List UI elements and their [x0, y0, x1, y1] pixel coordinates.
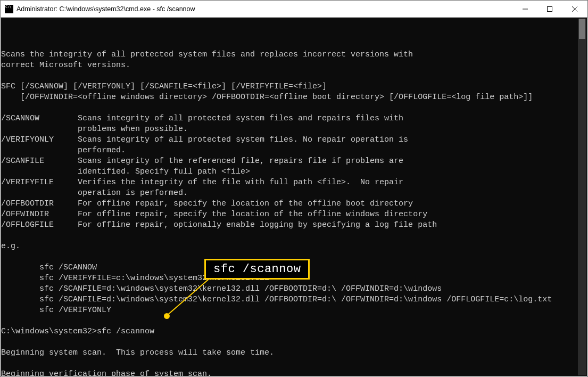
close-button[interactable] — [562, 1, 587, 17]
console-line — [1, 337, 587, 348]
console-line: Scans the integrity of all protected sys… — [1, 50, 587, 60]
console-line: Beginning system scan. This process will… — [1, 348, 587, 358]
console-line: [/OFFWINDIR=<offline windows directory> … — [1, 92, 587, 103]
annotation-dot — [164, 313, 170, 319]
annotation-callout: sfc /scannow — [204, 259, 310, 280]
console-line: /SCANFILE Scans integrity of the referen… — [1, 156, 587, 167]
minimize-button[interactable] — [513, 1, 537, 17]
console-line — [1, 358, 587, 369]
maximize-button[interactable] — [537, 1, 562, 17]
console-line — [1, 71, 587, 81]
annotation-text: sfc /scannow — [213, 263, 301, 276]
cmd-icon — [5, 5, 13, 13]
console-line: performed. — [1, 145, 587, 156]
console-line: C:\windows\system32>sfc /scannow — [1, 326, 587, 337]
console-line: /SCANNOW Scans integrity of all protecte… — [1, 113, 587, 124]
console-line: /OFFWINDIR For offline repair, specify t… — [1, 209, 587, 220]
console-line: /VERIFYONLY Scans integrity of all prote… — [1, 135, 587, 145]
console-line — [1, 231, 587, 241]
console-line: /OFFBOOTDIR For offline repair, specify … — [1, 199, 587, 209]
console-line: sfc /SCANFILE=d:\windows\system32\kernel… — [1, 284, 587, 294]
console-line: sfc /SCANFILE=d:\windows\system32\kernel… — [1, 294, 587, 305]
console-line: e.g. — [1, 241, 587, 252]
console-line — [1, 103, 587, 113]
scrollbar-thumb[interactable] — [579, 19, 585, 39]
console-line: identified. Specify full path <file> — [1, 167, 587, 177]
console-line: problems when possible. — [1, 124, 587, 135]
window-controls — [513, 1, 587, 17]
console-line: SFC [/SCANNOW] [/VERIFYONLY] [/SCANFILE=… — [1, 81, 587, 92]
console-line: sfc /VERIFYONLY — [1, 305, 587, 316]
console-line: correct Microsoft versions. — [1, 60, 587, 71]
console-line: /OFFLOGFILE For offline repair, optional… — [1, 220, 587, 231]
console-line: Beginning verification phase of system s… — [1, 369, 587, 376]
console-line — [1, 316, 587, 326]
console-terminal[interactable]: Scans the integrity of all protected sys… — [1, 18, 587, 376]
window-title: Administrator: C:\windows\system32\cmd.e… — [16, 5, 195, 13]
console-line: operation is performed. — [1, 188, 587, 199]
svg-rect-0 — [548, 6, 552, 11]
titlebar: Administrator: C:\windows\system32\cmd.e… — [1, 1, 587, 18]
vertical-scrollbar[interactable] — [578, 19, 586, 375]
console-line: /VERIFYFILE Verifies the integrity of th… — [1, 177, 587, 188]
console-line — [1, 39, 587, 50]
